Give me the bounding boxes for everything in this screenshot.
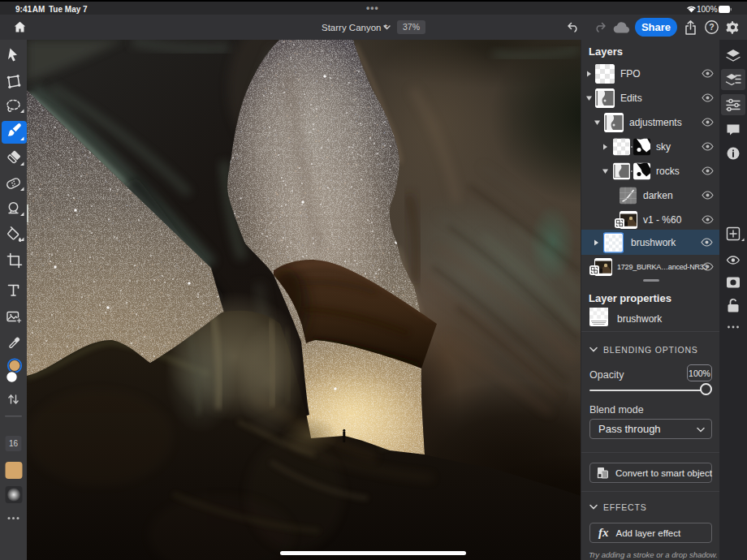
- svg-text:?: ?: [709, 22, 714, 32]
- svg-text:16: 16: [9, 439, 19, 448]
